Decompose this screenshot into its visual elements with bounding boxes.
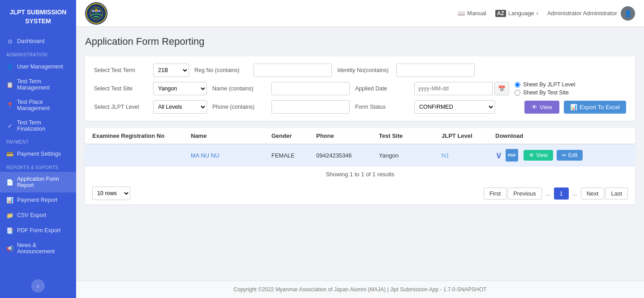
sidebar-item-dashboard[interactable]: ⊙ Dashboard: [0, 34, 76, 49]
next-page-button[interactable]: Next: [581, 187, 605, 200]
col-download: Download: [495, 132, 628, 139]
sidebar: JLPT SUBMISSIONSYSTEM ⊙ Dashboard ADMINI…: [0, 0, 76, 298]
select-test-term[interactable]: 21B21A22A22B: [153, 64, 189, 77]
sidebar-item-application-form-report[interactable]: 📄 Application Form Report: [0, 172, 76, 192]
reg-no-label: Reg No (contains): [194, 67, 248, 73]
rows-select-area: 10 rows25 rows50 rows100 rows: [92, 187, 130, 200]
sidebar-item-label: Payment Settings: [17, 151, 61, 157]
language-button[interactable]: AZ Language ›: [495, 10, 538, 17]
manual-label: Manual: [467, 10, 486, 17]
cell-gender: FEMALE: [271, 152, 316, 159]
select-test-term-label: Select Test Term: [94, 67, 148, 73]
phone-label: Phone (contains): [212, 104, 266, 110]
footer: Copyright ©2022 Myanmar Association of J…: [76, 281, 644, 298]
sidebar-item-pdf-form-export[interactable]: 📑 PDF Form Export: [0, 223, 76, 238]
select-test-site-label: Select Test Site: [94, 85, 148, 92]
pdf-download-icon[interactable]: PDF: [506, 149, 518, 162]
user-icon: 👤: [6, 63, 13, 70]
row-view-button[interactable]: 👁 View: [524, 150, 553, 161]
manual-icon: 📖: [458, 10, 465, 17]
sidebar-item-label: Test Term Finalization: [17, 119, 70, 132]
applied-date-label: Applied Date: [355, 85, 409, 92]
sidebar-item-label: News & Announcement: [17, 242, 70, 255]
finalization-icon: ✓: [6, 122, 13, 129]
first-page-button[interactable]: First: [484, 187, 507, 200]
dots-left: ...: [543, 188, 553, 199]
view-button[interactable]: 👁 View: [524, 101, 559, 114]
cell-jlpt-level: N1: [442, 152, 495, 159]
dots-right: ...: [570, 188, 580, 199]
footer-text: Copyright ©2022 Myanmar Association of J…: [234, 286, 487, 293]
avatar-icon: 👤: [624, 10, 632, 17]
select-test-site[interactable]: YangonMandalayAll Sites: [153, 82, 207, 95]
applied-date-input[interactable]: [414, 82, 493, 95]
sidebar-collapse-area: ‹: [0, 274, 76, 298]
manual-button[interactable]: 📖 Manual: [458, 10, 486, 17]
rows-per-page-select[interactable]: 10 rows25 rows50 rows100 rows: [92, 187, 130, 200]
test-term-icon: 📋: [6, 81, 13, 88]
reg-no-input[interactable]: [253, 64, 332, 77]
payment-icon: 💳: [6, 150, 13, 158]
sidebar-collapse-button[interactable]: ‹: [31, 279, 45, 293]
filter-row-1: Select Test Term 21B21A22A22B Reg No (co…: [94, 64, 626, 77]
sidebar-item-test-term-finalization[interactable]: ✓ Test Term Finalization: [0, 115, 76, 136]
calendar-button[interactable]: 📅: [494, 82, 509, 95]
filter-area: Select Test Term 21B21A22A22B Reg No (co…: [85, 56, 635, 121]
header-right: 📖 Manual AZ Language › Administrator Adm…: [458, 6, 635, 21]
vuetify-icon[interactable]: ∨: [495, 150, 502, 161]
sidebar-item-user-management[interactable]: 👤 User Management: [0, 59, 76, 74]
identity-no-input[interactable]: [396, 64, 475, 77]
language-icon: AZ: [495, 10, 506, 17]
calendar-icon: 📅: [498, 85, 506, 92]
page-1-button[interactable]: 1: [554, 187, 569, 200]
user-avatar[interactable]: 👤: [621, 6, 635, 21]
sidebar-section-admin: ADMINISTRATION: [0, 49, 76, 59]
radio-sheet-site[interactable]: Sheet By Test Site: [515, 89, 575, 96]
phone-input[interactable]: [271, 100, 350, 114]
row-edit-icon: ✏: [562, 152, 567, 158]
csv-icon: 📁: [6, 212, 13, 219]
export-button[interactable]: 📊 Export To Excel: [564, 101, 626, 114]
sidebar-item-label: Payment Report: [17, 197, 57, 203]
sidebar-section-reports: REPORTS & EXPORTS: [0, 162, 76, 172]
sidebar-item-news-announcement[interactable]: 📢 News & Announcement: [0, 238, 76, 259]
user-name: Administrator Administrator: [547, 10, 617, 17]
sidebar-item-test-place-management[interactable]: 📍 Test Place Management: [0, 95, 76, 115]
user-info: Administrator Administrator 👤: [547, 6, 635, 21]
sidebar-item-label: Dashboard: [17, 38, 44, 44]
last-page-button[interactable]: Last: [605, 187, 628, 200]
header: MAJA 📖 Manual AZ Language › Administrato…: [0, 0, 644, 27]
col-gender: Gender: [271, 132, 316, 139]
page-title: Application Form Reporting: [85, 36, 635, 47]
row-edit-button[interactable]: ✏ Edit: [557, 150, 583, 161]
sidebar-item-label: User Management: [17, 64, 63, 70]
sidebar-item-label: Application Form Report: [17, 176, 70, 188]
name-input[interactable]: [271, 82, 350, 95]
sidebar-item-label: CSV Export: [17, 212, 46, 218]
sidebar-section-payment: PAYMENT: [0, 136, 76, 146]
sidebar-item-label: Test Place Management: [17, 99, 70, 111]
pagination: 10 rows25 rows50 rows100 rows First Prev…: [85, 182, 635, 204]
date-input-wrap: 📅: [414, 82, 509, 95]
cell-name[interactable]: MA NU NU: [191, 152, 271, 159]
select-jlpt-level[interactable]: All LevelsN1N2N3N4N5: [153, 100, 207, 114]
sidebar-item-test-term-management[interactable]: 📋 Test Term Management: [0, 74, 76, 95]
radio-sheet-jlpt[interactable]: Sheet By JLPT Level: [515, 81, 575, 88]
language-label: Language: [508, 10, 534, 17]
payment-report-icon: 📊: [6, 196, 13, 204]
sidebar-item-payment-settings[interactable]: 💳 Payment Settings: [0, 146, 76, 162]
svg-point-3: [95, 9, 98, 11]
sidebar-item-csv-export[interactable]: 📁 CSV Export: [0, 208, 76, 223]
view-icon: 👁: [532, 104, 537, 111]
form-status-select[interactable]: CONFIRMEDPENDINGREJECTEDALL: [414, 100, 495, 114]
header-left: MAJA: [85, 2, 107, 25]
logo: MAJA: [85, 2, 107, 25]
previous-page-button[interactable]: Previous: [507, 187, 542, 200]
download-icons: ∨ PDF: [495, 149, 518, 162]
table-header: Examinee Registration No Name Gender Pho…: [85, 128, 635, 145]
sidebar-item-payment-report[interactable]: 📊 Payment Report: [0, 192, 76, 208]
pdf-icon: 📑: [6, 227, 13, 234]
row-actions: 👁 View ✏ Edit: [524, 150, 583, 161]
app-form-icon: 📄: [6, 179, 13, 186]
col-reg-no: Examinee Registration No: [92, 132, 191, 139]
